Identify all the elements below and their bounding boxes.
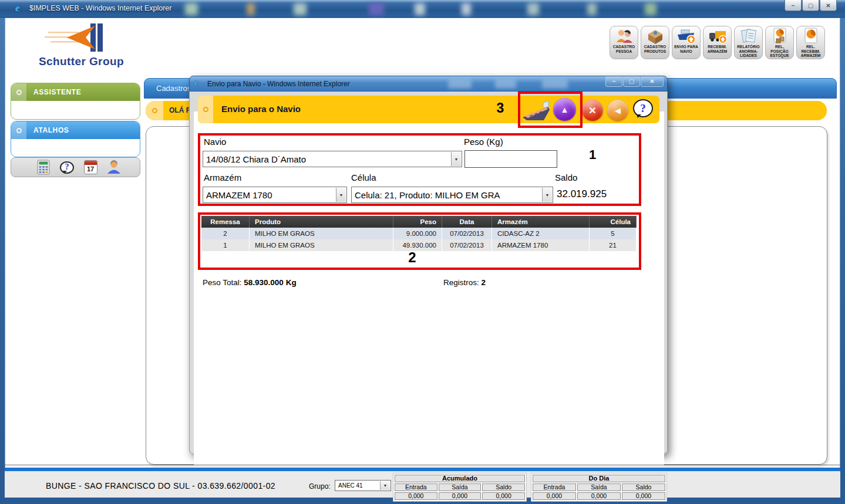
registros-value: 2 — [482, 278, 486, 287]
report-notes-icon — [739, 28, 758, 44]
saldo-value: 32.019.925 — [557, 188, 607, 200]
app-toolbar: CADASTRO PESSOA CADASTRO PRODUTOS ENVIO … — [610, 26, 825, 59]
truck-upload-icon — [708, 28, 727, 44]
peso-label: Peso (Kg) — [464, 137, 503, 147]
calculator-icon[interactable] — [36, 160, 51, 175]
cancel-button[interactable] — [582, 100, 603, 121]
assistente-header[interactable]: ASSISTENTE — [11, 83, 140, 101]
peso-input[interactable] — [464, 150, 557, 168]
dialog-header-title: Envio para o Navio — [221, 104, 301, 114]
sidebar-panel-atalhos: ATALHOS — [11, 121, 140, 157]
calendar-icon[interactable]: 17 — [83, 160, 98, 175]
blurred-item — [542, 80, 568, 89]
navio-label: Navio — [204, 137, 226, 147]
chevron-down-icon — [336, 188, 346, 202]
company-status-text: BUNGE - SAO FRANCISCO DO SUL - 03.639.66… — [46, 481, 275, 491]
help-icon[interactable] — [59, 160, 75, 175]
grupo-label: Grupo: — [309, 482, 331, 491]
table-row[interactable]: 2 MILHO EM GRAOS 9.000.000 07/02/2013 CI… — [201, 228, 637, 239]
application-window: e $IMPLES WEB - Windows Internet Explore… — [0, 0, 845, 504]
pie-report-boxes-icon — [770, 28, 789, 44]
header-cap-icon — [198, 96, 213, 123]
toolbar-button-cadastro-pessoa[interactable]: CADASTRO PESSOA — [610, 26, 638, 59]
celula-select[interactable]: Celula: 21, Produto: MILHO EM GRA — [351, 187, 553, 203]
toolbar-button-rel-posicao-estoque[interactable]: REL. POSIÇÃO ESTOQUE — [765, 26, 794, 59]
internet-explorer-icon: e — [15, 2, 27, 14]
toolbar-button-envio-para-navio[interactable]: ENVIO PARA NAVIO — [672, 26, 701, 59]
peso-total-value: 58.930.000 Kg — [244, 278, 296, 287]
remessas-table: Remessa Produto Peso Data Armazém Célula… — [201, 216, 637, 251]
status-footer: BUNGE - SAO FRANCISCO DO SUL - 03.639.66… — [5, 471, 840, 498]
atalhos-header[interactable]: ATALHOS — [11, 121, 140, 139]
internet-explorer-icon: e — [194, 78, 206, 90]
footer-divider — [5, 465, 840, 465]
ship-upload-icon — [677, 28, 696, 44]
blurred-item — [527, 3, 539, 15]
window-controls — [785, 0, 837, 11]
dialog-titlebar[interactable]: e Envio para Navio - Windows Internet Ex… — [189, 76, 668, 92]
calendar-day: 17 — [85, 165, 97, 172]
products-box-icon — [646, 28, 665, 44]
logo-text: Schutter Group — [39, 55, 124, 68]
chevron-down-icon — [542, 188, 552, 202]
panel-cap-icon — [11, 121, 26, 139]
navio-select[interactable]: 14/08/12 Chiara D´Amato — [203, 151, 462, 167]
acumulado-table: Acumulado Entrada Saída Saldo 0,000 0,00… — [393, 473, 527, 502]
menu-item-cadastros[interactable]: Cadastros — [156, 84, 191, 93]
envio-para-navio-dialog: e Envio para Navio - Windows Internet Ex… — [189, 76, 668, 454]
saldo-label: Saldo — [555, 172, 577, 182]
blurred-item — [587, 3, 597, 15]
greeting-cap-icon — [146, 101, 163, 120]
blurred-item — [495, 80, 516, 89]
table-header-row: Remessa Produto Peso Data Armazém Célula — [201, 216, 637, 228]
sidebar-panel-assistente: ASSISTENTE — [11, 83, 140, 120]
do-dia-table: Do Dia Entrada Saída Saldo 0,000 0,000 0… — [531, 473, 667, 502]
peso-total: Peso Total: 58.930.000 Kg — [203, 278, 297, 287]
registros: Registros: 2 — [443, 278, 486, 287]
annotation-2: 2 — [400, 249, 424, 266]
armazem-select[interactable]: ARMAZEM 1780 — [203, 187, 347, 203]
help-button[interactable] — [633, 99, 653, 117]
toolbar-button-rel-recebim-armazem[interactable]: REL. RECEBIM. ARMAZÉM — [796, 26, 825, 59]
toolbar-button-cadastro-produtos[interactable]: CADASTRO PRODUTOS — [641, 26, 669, 59]
people-icon — [615, 28, 634, 44]
dialog-window-controls — [605, 76, 664, 87]
blurred-item — [294, 3, 307, 15]
armazem-label: Armazém — [204, 172, 241, 182]
logo-arrow-icon — [36, 22, 130, 55]
blurred-item — [185, 3, 198, 15]
annotation-1: 1 — [584, 147, 601, 163]
schutter-group-logo: Schutter Group — [36, 22, 142, 69]
window-title: $IMPLES WEB - Windows Internet Explorer — [29, 4, 171, 12]
blurred-item — [369, 3, 384, 15]
toolbar-button-recebim-armazem[interactable]: RECEBIM. ARMAZÉM — [703, 26, 732, 59]
blurred-item — [448, 80, 472, 89]
blurred-item — [415, 3, 425, 15]
dialog-maximize-button[interactable] — [623, 76, 640, 87]
grupo-select[interactable]: ANEC 41 — [335, 480, 391, 491]
pie-report-icon — [802, 28, 820, 44]
annotation-3: 3 — [491, 100, 509, 116]
user-icon[interactable] — [106, 160, 122, 175]
sidebar-iconbar: 17 — [11, 157, 140, 177]
toolbar-button-relatorio-anormalidades[interactable]: RELATÓRIO ANORMA- LIDADES — [734, 26, 763, 59]
blurred-item — [462, 3, 471, 15]
back-button[interactable] — [607, 100, 628, 121]
celula-label: Célula — [351, 172, 376, 182]
close-button[interactable] — [820, 0, 837, 11]
maximize-button[interactable] — [802, 0, 819, 11]
chevron-down-icon — [451, 152, 461, 166]
dialog-title: Envio para Navio - Windows Internet Expl… — [207, 80, 350, 88]
panel-cap-icon — [11, 83, 26, 101]
dialog-minimize-button[interactable] — [605, 76, 622, 87]
blurred-item — [645, 3, 657, 15]
dialog-close-button[interactable] — [641, 76, 664, 87]
blurred-item — [247, 3, 255, 15]
chevron-down-icon — [380, 481, 390, 490]
minimize-button[interactable] — [785, 0, 802, 11]
annotation-box-3 — [518, 92, 583, 128]
main-titlebar[interactable]: e $IMPLES WEB - Windows Internet Explore… — [0, 0, 845, 18]
